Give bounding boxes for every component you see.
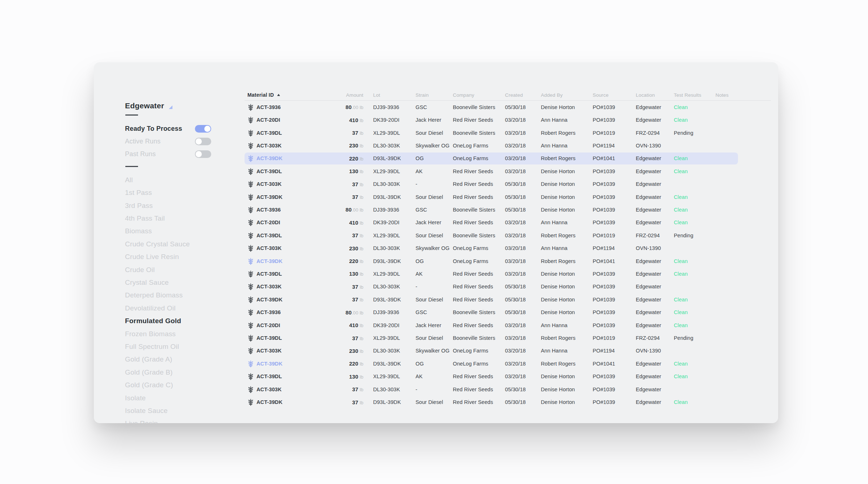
cell-material-id: ACT-39DK [247, 360, 337, 368]
cell-material-id: ACT-20DI [247, 116, 337, 124]
table-row[interactable]: ACT-39DK37 lbD93L-39DKSour DieselRed Riv… [247, 293, 771, 306]
material-id-text: ACT-303K [256, 387, 281, 392]
filter-item-frozen-biomass[interactable]: Frozen Biomass [125, 327, 190, 340]
table-row[interactable]: ACT-303K37 lbDL30-303K-Red River Seeds05… [247, 280, 771, 293]
table-row[interactable]: ACT-39DL37 lbXL29-39DLSour DieselBoonevi… [247, 331, 771, 344]
column-header-amount[interactable]: Amount [337, 92, 373, 98]
filter-item-1st-pass[interactable]: 1st Pass [125, 186, 190, 199]
column-header-company[interactable]: Company [453, 92, 505, 98]
filter-item-isolate[interactable]: Isolate [125, 392, 190, 404]
table-row[interactable]: ACT-39DL37 lbXL29-39DLSour DieselBoonevi… [247, 126, 771, 139]
filter-item-full-spectrum-oil[interactable]: Full Spectrum Oil [125, 340, 190, 353]
cell-amount: 220 lb [337, 258, 373, 264]
table-row[interactable]: ACT-303K37 lbDL30-303K-Red River Seeds05… [247, 178, 771, 190]
table-row[interactable]: ACT-39DK220 lbD93L-39DKOGOneLog Farms03/… [247, 255, 771, 267]
table-row[interactable]: ACT-303K230 lbDL30-303KSkywalker OGOneLo… [247, 139, 771, 152]
column-header-material-id[interactable]: Material ID [247, 92, 337, 98]
filter-item-gold-grade-a-[interactable]: Gold (Grade A) [125, 353, 190, 366]
cell-material-id: ACT-39DK [247, 257, 337, 265]
cell-strain: Skywalker OG [416, 348, 453, 354]
toggle-switch[interactable] [195, 150, 211, 158]
table-row[interactable]: ACT-39DL130 lbXL29-39DLAKRed River Seeds… [247, 267, 771, 280]
cell-company: Red River Seeds [453, 271, 505, 277]
cell-amount: 37 lb [337, 335, 373, 341]
material-id-text: ACT-303K [256, 143, 281, 149]
filter-item-live-resin[interactable]: Live Resin [125, 417, 190, 423]
filter-item-crude-oil[interactable]: Crude Oil [125, 263, 190, 276]
table-row[interactable]: ACT-20DI410 lbDK39-20DIJack HererRed Riv… [247, 216, 771, 229]
table-row[interactable]: ACT-39DK37 lbD93L-39DKSour DieselRed Riv… [247, 396, 771, 408]
table-row[interactable]: ACT-20DI410 lbDK39-20DIJack HererRed Riv… [247, 113, 771, 126]
filter-item-biomass[interactable]: Biomass [125, 225, 190, 238]
material-id-text: ACT-20DI [256, 322, 280, 328]
filter-item-crystal-sauce[interactable]: Crystal Sauce [125, 276, 190, 289]
plant-icon [247, 180, 254, 188]
amount-unit: lb [358, 195, 363, 200]
cell-added-by: Ann Hanna [541, 220, 593, 225]
cell-source: PO#1019 [593, 233, 636, 238]
amount-value: 410 [349, 117, 358, 123]
filter-item-crude-crystal-sauce[interactable]: Crude Crystal Sauce [125, 238, 190, 250]
cell-amount: 130 lb [337, 168, 373, 174]
cell-created: 05/30/18 [505, 399, 541, 405]
material-id-text: ACT-39DL [256, 335, 282, 341]
table-row[interactable]: ACT-39DK37 lbD93L-39DKSour DieselRed Riv… [247, 191, 771, 203]
cell-lot: DL30-303K [373, 387, 416, 392]
filter-item-4th-pass-tail[interactable]: 4th Pass Tail [125, 212, 190, 225]
table-row[interactable]: ACT-303K230 lbDL30-303KSkywalker OGOneLo… [247, 345, 771, 357]
cell-created: 03/20/18 [505, 361, 541, 367]
toggle-switch[interactable] [195, 138, 211, 145]
filter-item-all[interactable]: All [125, 174, 190, 186]
table-row[interactable]: ACT-39DK220 lbD93L-39DKOGOneLog Farms03/… [247, 357, 771, 370]
column-header-added-by[interactable]: Added By [541, 92, 593, 98]
material-id-text: ACT-303K [256, 245, 281, 251]
table-row[interactable]: ACT-393680.00 lbDJ39-3936GSCBooneville S… [247, 203, 771, 216]
cell-strain: Sour Diesel [416, 297, 453, 302]
column-header-source[interactable]: Source [593, 92, 636, 98]
cell-added-by: Ann Hanna [541, 245, 593, 251]
column-header-location[interactable]: Location [636, 92, 674, 98]
filter-item-devolatilized-oil[interactable]: Devolatilized Oil [125, 302, 190, 314]
amount-value: 37 [352, 386, 358, 392]
table-row[interactable]: ACT-39DL130 lbXL29-39DLAKRed River Seeds… [247, 370, 771, 383]
toggle-knob [196, 151, 202, 157]
material-id-text: ACT-39DK [256, 155, 283, 161]
cell-lot: DK39-20DI [373, 117, 416, 123]
cell-lot: XL29-39DL [373, 335, 416, 341]
filter-item-isolate-sauce[interactable]: Isolate Sauce [125, 404, 190, 417]
cell-company: OneLog Farms [453, 361, 505, 367]
cell-strain: OG [416, 361, 453, 367]
amount-value: 220 [349, 258, 358, 264]
table-row[interactable]: ACT-303K230 lbDL30-303KSkywalker OGOneLo… [247, 242, 771, 254]
material-id-text: ACT-3936 [256, 207, 281, 213]
table-row[interactable]: ACT-20DI410 lbDK39-20DIJack HererRed Riv… [247, 319, 771, 331]
column-header-lot[interactable]: Lot [373, 92, 416, 98]
column-header-test-results[interactable]: Test Results [674, 92, 715, 98]
cell-location: Edgewater [636, 258, 674, 264]
column-header-created[interactable]: Created [505, 92, 541, 98]
cell-strain: AK [416, 168, 453, 174]
cell-created: 03/20/18 [505, 348, 541, 354]
filter-item-crude-live-resin[interactable]: Crude Live Resin [125, 250, 190, 263]
cell-lot: DL30-303K [373, 348, 416, 354]
filter-item-deterped-biomass[interactable]: Deterped Biomass [125, 289, 190, 302]
filter-item-gold-grade-c-[interactable]: Gold (Grade C) [125, 379, 190, 392]
column-header-strain[interactable]: Strain [416, 92, 453, 98]
table-row[interactable]: ACT-39DK220 lbD93L-39DKOGOneLog Farms03/… [247, 152, 771, 165]
table-row[interactable]: ACT-303K37 lbDL30-303K-Red River Seeds05… [247, 383, 771, 396]
table-row[interactable]: ACT-39DL37 lbXL29-39DLSour DieselBoonevi… [247, 229, 771, 242]
toggle-row-past-runs: Past Runs [125, 148, 211, 160]
table-row[interactable]: ACT-393680.00 lbDJ39-3936GSCBooneville S… [247, 306, 771, 319]
cell-source: PO#1039 [593, 322, 636, 328]
filter-item-3rd-pass[interactable]: 3rd Pass [125, 199, 190, 212]
cell-company: OneLog Farms [453, 155, 505, 161]
filter-item-gold-grade-b-[interactable]: Gold (Grade B) [125, 366, 190, 379]
toggle-switch[interactable] [195, 125, 211, 133]
location-selector[interactable]: Edgewater [125, 101, 172, 110]
table-row[interactable]: ACT-39DL130 lbXL29-39DLAKRed River Seeds… [247, 165, 771, 178]
table-row[interactable]: ACT-393680.00 lbDJ39-3936GSCBooneville S… [247, 101, 771, 113]
cell-test-results: Pending [674, 335, 715, 341]
column-header-notes[interactable]: Notes [715, 92, 771, 98]
filter-item-formulated-gold[interactable]: Formulated Gold [125, 314, 190, 327]
cell-test-results: Clean [674, 155, 715, 161]
